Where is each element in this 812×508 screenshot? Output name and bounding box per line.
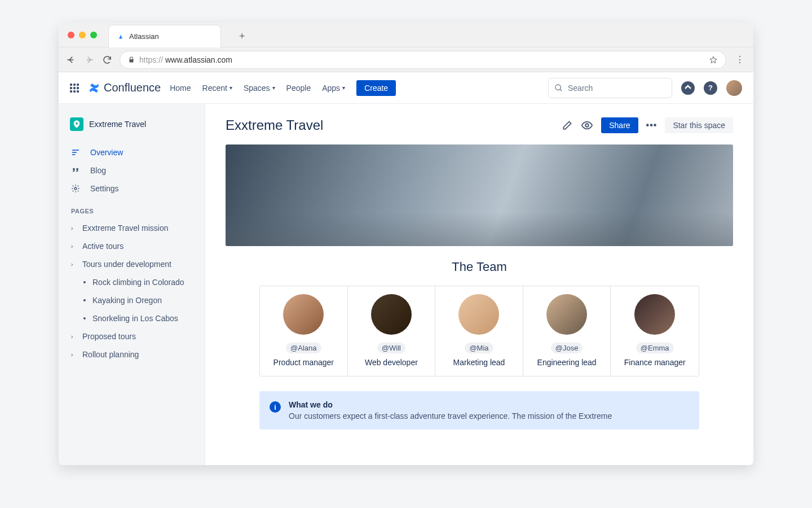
nav-recent[interactable]: Recent▾ [202, 84, 232, 93]
browser-tab-bar: Atlassian + [59, 23, 753, 47]
avatar [634, 294, 675, 335]
info-icon: i [270, 401, 281, 413]
chevron-right-icon: › [71, 243, 78, 249]
create-button[interactable]: Create [356, 80, 396, 96]
page-tree-subitem[interactable]: •Rock climbing in Colorado [65, 273, 198, 291]
minimize-window-button[interactable] [79, 32, 86, 38]
page-tree-item[interactable]: ›Exxtreme Travel mission [65, 219, 198, 237]
avatar [546, 294, 587, 335]
user-mention[interactable]: @Will [377, 343, 405, 353]
reload-button[interactable] [102, 54, 113, 65]
sidebar-blog[interactable]: Blog [65, 161, 198, 179]
sidebar-settings[interactable]: Settings [65, 179, 198, 198]
forward-button[interactable] [83, 54, 95, 65]
chevron-right-icon: › [71, 261, 78, 268]
lock-icon [128, 56, 135, 63]
page-label: Rock climbing in Colorado [92, 278, 184, 287]
team-member-card: @Jose Engineering lead [523, 286, 611, 376]
team-role: Engineering lead [528, 358, 606, 367]
svg-point-0 [555, 85, 561, 90]
browser-menu-button[interactable]: ⋮ [733, 54, 747, 65]
nav-links: Home Recent▾ Spaces▾ People Apps▾ Create [170, 80, 396, 96]
page-tree-item[interactable]: ›Tours under development [65, 255, 198, 273]
sidebar-item-label: Blog [90, 166, 106, 175]
hero-image [226, 144, 733, 246]
team-role: Web developer [352, 358, 431, 367]
profile-avatar[interactable] [726, 80, 742, 96]
more-actions-button[interactable]: ••• [646, 120, 657, 130]
close-window-button[interactable] [68, 32, 74, 38]
page-tree-subitem[interactable]: •Snorkeling in Los Cabos [65, 309, 198, 327]
page-tree-subitem[interactable]: •Kayaking in Oregon [65, 291, 198, 309]
page-label: Tours under development [82, 260, 171, 269]
page-tree-item[interactable]: ›Active tours [65, 237, 198, 255]
avatar [283, 294, 324, 335]
search-input[interactable]: Search [548, 78, 672, 98]
new-tab-button[interactable]: + [239, 30, 245, 42]
page-tree-item[interactable]: ›Proposed tours [65, 327, 198, 345]
user-mention[interactable]: @Jose [551, 343, 583, 353]
star-space-button[interactable]: Star this space [665, 117, 733, 133]
browser-tab[interactable]: Atlassian [108, 25, 221, 47]
edit-button[interactable] [562, 120, 573, 131]
team-grid: @Alana Product manager @Will Web develop… [259, 286, 699, 376]
notifications-icon[interactable] [681, 81, 695, 95]
svg-point-2 [585, 124, 589, 127]
team-role: Marketing lead [440, 358, 518, 367]
page-label: Active tours [82, 242, 123, 251]
address-bar[interactable]: https:// www.atlassian.com [120, 51, 726, 69]
search-placeholder: Search [568, 84, 593, 93]
page-actions: Share ••• Star this space [562, 117, 733, 133]
nav-people[interactable]: People [286, 84, 311, 93]
back-button[interactable] [65, 54, 77, 65]
sidebar-overview[interactable]: Overview [65, 143, 198, 161]
nav-home[interactable]: Home [170, 84, 191, 93]
team-member-card: @Alana Product manager [260, 286, 348, 376]
team-role: Product manager [264, 358, 343, 367]
team-member-card: @Mia Marketing lead [435, 286, 523, 376]
reload-icon [102, 55, 112, 65]
brand-name: Confluence [104, 81, 161, 94]
info-panel-body: Our customers expect a first-class adven… [289, 411, 612, 421]
arrow-right-icon [84, 55, 94, 65]
space-icon [70, 117, 83, 131]
confluence-logo[interactable]: Confluence [88, 81, 161, 94]
bullet-icon: • [81, 278, 88, 287]
confluence-icon [88, 82, 100, 94]
quote-icon [71, 166, 82, 175]
nav-spaces[interactable]: Spaces▾ [244, 84, 275, 93]
sidebar: Exxtreme Travel Overview Blog Settings P… [59, 104, 205, 465]
user-mention[interactable]: @Emma [636, 343, 674, 353]
maximize-window-button[interactable] [90, 32, 97, 38]
bookmark-star-icon[interactable] [709, 55, 718, 64]
user-mention[interactable]: @Mia [465, 343, 493, 353]
nav-apps[interactable]: Apps▾ [322, 84, 345, 93]
chevron-right-icon: › [71, 334, 78, 340]
pages-section-header: PAGES [65, 198, 198, 219]
watch-button[interactable] [581, 119, 593, 132]
page-label: Exxtreme Travel mission [82, 224, 168, 233]
help-icon[interactable]: ? [704, 81, 717, 95]
gear-icon [71, 184, 82, 193]
app-switcher-icon[interactable] [70, 84, 79, 93]
user-mention[interactable]: @Alana [286, 343, 321, 353]
search-icon [554, 84, 563, 93]
url-text: https:// www.atlassian.com [139, 55, 232, 64]
team-role: Finance manager [615, 358, 694, 367]
arrow-left-icon [66, 55, 76, 65]
team-heading: The Team [226, 260, 733, 274]
page-label: Kayaking in Oregon [92, 296, 162, 305]
chevron-right-icon: › [71, 225, 78, 231]
page-label: Rollout planning [82, 350, 139, 359]
space-header[interactable]: Exxtreme Travel [65, 115, 198, 133]
share-button[interactable]: Share [601, 117, 638, 133]
browser-toolbar: https:// www.atlassian.com ⋮ [59, 47, 753, 72]
browser-window: Atlassian + https:// www.atlassian.com ⋮ [59, 23, 753, 465]
page-tree-item[interactable]: ›Rollout planning [65, 345, 198, 364]
main-content: Exxtreme Travel Share ••• Star this spac… [205, 104, 753, 465]
app-header: Confluence Home Recent▾ Spaces▾ People A… [59, 72, 753, 104]
svg-point-1 [74, 187, 77, 190]
avatar [458, 294, 499, 335]
overview-icon [71, 148, 82, 157]
page-label: Proposed tours [82, 332, 136, 341]
